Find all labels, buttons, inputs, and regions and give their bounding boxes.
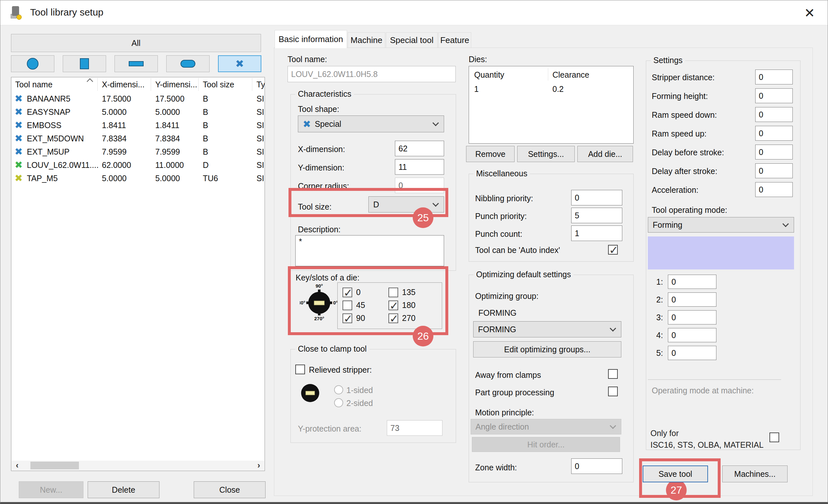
description-field[interactable]: *	[295, 235, 444, 266]
channel-4-field[interactable]	[668, 328, 716, 342]
delay-after-stroke-field[interactable]	[755, 163, 793, 178]
optimizing-group-value: FORMING	[479, 308, 516, 318]
table-row[interactable]: ✖ EXT_M5DOWN 7.8384 7.8384 B SI	[11, 132, 265, 145]
new-tool-button[interactable]: New...	[19, 481, 83, 498]
filter-rectangle-button[interactable]	[115, 55, 158, 72]
filter-obround-button[interactable]	[166, 55, 210, 72]
table-row[interactable]: ✖ EMBOSS 1.8411 1.8411 B SI	[11, 119, 265, 132]
optimizing-group-select[interactable]: FORMING	[473, 321, 621, 337]
y-protection-field	[387, 420, 443, 436]
ram-speed-down-label: Ram speed down:	[652, 110, 717, 120]
scroll-right-icon[interactable]: ›	[254, 461, 263, 470]
tab-machine[interactable]: Machine	[348, 32, 385, 48]
x-dimension-field[interactable]	[395, 141, 444, 156]
annotation-badge-26: 26	[413, 326, 433, 346]
tool-shape-value: Special	[315, 119, 341, 129]
one-sided-radio[interactable]	[334, 385, 343, 394]
channel-3-field[interactable]	[668, 310, 716, 325]
filter-special-button[interactable]: ✖	[218, 55, 261, 72]
scroll-left-icon[interactable]: ‹	[12, 461, 22, 470]
table-row[interactable]: ✖ EASYSNAP 5.0000 5.0000 B SI	[11, 106, 265, 119]
tool-library-setup-dialog: Tool library setup ✕ All ✖ Tool name X-d…	[0, 0, 828, 504]
two-sided-radio[interactable]	[334, 398, 343, 407]
dies-list[interactable]: Quantity Clearance 1 0.2	[469, 66, 634, 143]
filter-all-button[interactable]: All	[11, 34, 261, 52]
forming-height-field[interactable]	[755, 88, 793, 103]
remove-die-button[interactable]: Remove	[466, 146, 514, 162]
tab-feature[interactable]: Feature	[438, 32, 471, 48]
tab-special-tool[interactable]: Special tool	[386, 32, 438, 48]
tool-list[interactable]: Tool name X-dimensi... Y-dimensi... Tool…	[11, 77, 265, 471]
table-row[interactable]: ✖ TAP_M5 5.0000 5.0000 TU6 SI	[11, 172, 265, 185]
table-row[interactable]: ✖ LOUV_L62.0W11.... 62.0000 11.0000 D SI	[11, 159, 265, 172]
sort-ascending-icon	[87, 78, 93, 85]
relieved-stripper-checkbox[interactable]	[295, 365, 305, 374]
window-title: Tool library setup	[30, 7, 104, 18]
away-from-clamps-label: Away from clamps	[475, 370, 541, 380]
col-tool-size[interactable]: Tool size	[203, 80, 234, 89]
scrollbar-thumb[interactable]	[30, 462, 79, 469]
annotation-badge-27: 27	[666, 480, 687, 500]
circle-icon	[27, 58, 39, 70]
ram-speed-up-field[interactable]	[755, 126, 793, 141]
close-window-button[interactable]: ✕	[800, 5, 819, 21]
save-tool-button[interactable]: Save tool	[643, 465, 708, 482]
acceleration-label: Acceleration:	[652, 185, 699, 195]
edit-optimizing-groups-button[interactable]: Edit optimizing groups...	[473, 341, 621, 358]
filter-circle-button[interactable]	[11, 55, 54, 72]
nibbling-priority-field[interactable]	[571, 190, 622, 205]
punch-count-field[interactable]	[571, 225, 622, 241]
part-group-processing-label: Part group processing	[475, 388, 554, 397]
y-dimension-field[interactable]	[395, 159, 444, 175]
channel-2-field[interactable]	[668, 292, 716, 307]
only-for-checkbox[interactable]	[770, 432, 779, 442]
only-for-note: Only for ISC16, STS, OLBA, MATERIAL!	[651, 427, 763, 449]
square-icon	[80, 58, 89, 69]
obround-icon	[180, 60, 195, 68]
channel-1-field[interactable]	[668, 275, 716, 289]
col-y-dimension[interactable]: Y-dimensi...	[155, 80, 197, 89]
description-label: Description:	[298, 225, 341, 234]
die-settings-button[interactable]: Settings...	[517, 146, 575, 162]
machines-button[interactable]: Machines...	[722, 465, 788, 482]
tool-shape-select[interactable]: ✖ Special	[298, 116, 444, 132]
table-row[interactable]: ✖ BANAANR5 17.5000 17.5000 B SI	[11, 92, 265, 106]
stripper-distance-label: Stripper distance:	[652, 73, 715, 82]
settings-title: Settings	[651, 56, 685, 65]
special-tool-icon: ✖	[14, 106, 23, 118]
tool-shape-label: Tool shape:	[298, 104, 339, 114]
ram-speed-up-label: Ram speed up:	[652, 129, 707, 138]
away-from-clamps-checkbox[interactable]	[608, 369, 618, 379]
zone-width-label: Zone width:	[475, 463, 517, 472]
col-tool-name[interactable]: Tool name	[15, 80, 52, 89]
auto-index-checkbox[interactable]	[608, 245, 618, 255]
horizontal-scrollbar[interactable]: ‹ ›	[12, 461, 264, 470]
part-group-processing-checkbox[interactable]	[608, 387, 618, 396]
special-x-icon: ✖	[236, 57, 244, 70]
col-x-dimension[interactable]: X-dimensi...	[102, 80, 144, 89]
nibbling-priority-label: Nibbling priority:	[475, 194, 533, 203]
close-dialog-button[interactable]: Close	[194, 481, 265, 498]
tool-operating-mode-select[interactable]: Forming	[648, 217, 794, 233]
delete-tool-button[interactable]: Delete	[88, 481, 160, 498]
add-die-button[interactable]: Add die...	[577, 146, 633, 162]
miscellaneous-title: Miscellaneous	[473, 169, 530, 178]
delay-before-stroke-field[interactable]	[755, 144, 793, 160]
dies-label: Dies:	[469, 55, 487, 64]
stripper-distance-field[interactable]	[755, 70, 793, 84]
channel-5-field[interactable]	[668, 346, 716, 360]
chevron-down-icon	[782, 221, 789, 227]
tab-basic-information[interactable]: Basic information	[275, 30, 347, 48]
filter-square-button[interactable]	[63, 55, 106, 72]
chevron-down-icon	[432, 120, 439, 126]
chevron-down-icon	[610, 325, 616, 332]
tool-name-label: Tool name:	[288, 55, 327, 64]
zone-width-field[interactable]	[571, 458, 622, 474]
table-row[interactable]: ✖ EXT_M5UP 7.9599 7.9599 B SI	[11, 145, 265, 159]
col-type[interactable]: Ty	[256, 80, 265, 89]
tool-name-field[interactable]	[288, 66, 456, 82]
punch-priority-field[interactable]	[571, 208, 622, 223]
ram-speed-down-field[interactable]	[755, 107, 793, 122]
y-protection-label: Y-protection area:	[298, 424, 361, 433]
acceleration-field[interactable]	[755, 182, 793, 197]
